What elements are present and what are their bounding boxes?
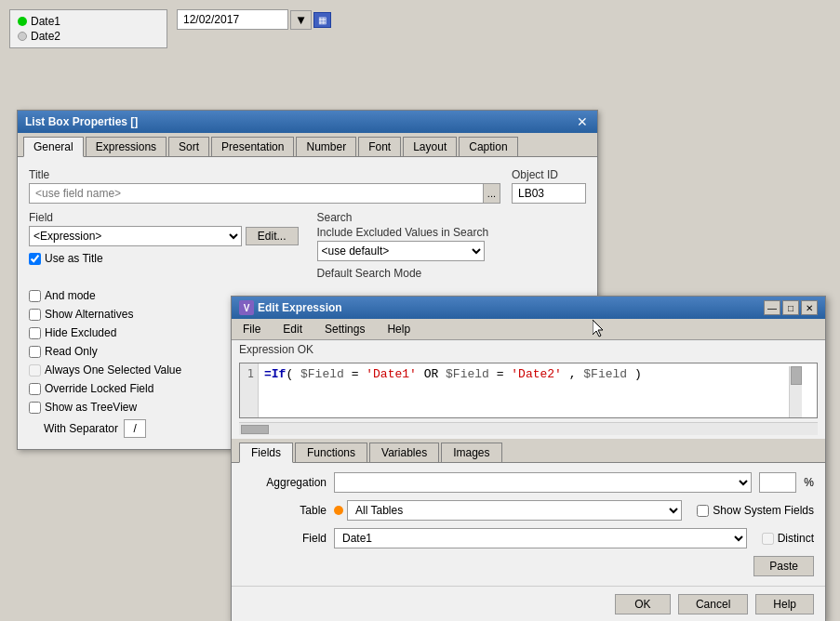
expr-maximize-button[interactable]: □ <box>782 300 799 315</box>
separator-input[interactable] <box>124 419 146 438</box>
show-alternatives-check[interactable] <box>29 309 41 321</box>
override-locked-check[interactable] <box>29 383 41 395</box>
expr-tab-variables[interactable]: Variables <box>369 443 439 462</box>
expr-tab-images[interactable]: Images <box>441 443 501 462</box>
listbox-titlebar: List Box Properties [] ✕ <box>18 111 597 133</box>
show-treeview-label: Show as TreeView <box>45 401 137 414</box>
expr-titlebar: V Edit Expression — □ ✕ <box>232 297 825 319</box>
tab-general[interactable]: General <box>23 137 84 157</box>
expr-icon: V <box>239 300 254 315</box>
tab-sort[interactable]: Sort <box>168 137 209 156</box>
table-row: Table All Tables Show System Fields <box>243 500 814 521</box>
code-content: =If( $Field = 'Date1' OR $Field = 'Date2… <box>259 363 817 417</box>
hscroll-thumb[interactable] <box>241 425 269 434</box>
tab-layout[interactable]: Layout <box>403 137 457 156</box>
distinct-check[interactable] <box>762 533 774 545</box>
tab-font[interactable]: Font <box>358 137 401 156</box>
field-edit-button[interactable]: Edit... <box>246 227 299 245</box>
vscroll-thumb[interactable] <box>791 366 802 385</box>
title-label: Title <box>29 168 500 181</box>
hide-excluded-check[interactable] <box>29 327 41 339</box>
distinct-label: Distinct <box>778 532 814 545</box>
show-system-fields-checkbox[interactable]: Show System Fields <box>697 504 814 517</box>
aggregation-select[interactable] <box>334 472 752 493</box>
and-mode-label: And mode <box>45 289 96 302</box>
show-treeview-checkbox[interactable]: Show as TreeView <box>29 401 181 414</box>
hide-excluded-checkbox[interactable]: Hide Excluded <box>29 326 181 339</box>
tab-presentation[interactable]: Presentation <box>211 137 294 156</box>
vscroll-track[interactable] <box>789 366 802 417</box>
always-one-checkbox[interactable]: Always One Selected Value <box>29 363 181 377</box>
menu-help[interactable]: Help <box>383 321 414 337</box>
show-treeview-check[interactable] <box>29 402 41 414</box>
tab-expressions[interactable]: Expressions <box>86 137 167 156</box>
field-search-row: Field <Expression> Edit... Use as Title … <box>29 211 586 282</box>
date-arrow-button[interactable]: ▼ <box>290 10 312 30</box>
code-paren1: ( <box>286 367 300 381</box>
read-only-checkbox[interactable]: Read Only <box>29 345 181 358</box>
menu-edit[interactable]: Edit <box>279 321 306 337</box>
tab-caption[interactable]: Caption <box>459 137 517 156</box>
always-one-check[interactable] <box>29 364 41 377</box>
read-only-check[interactable] <box>29 346 41 358</box>
paste-row: Paste <box>243 556 814 576</box>
expr-fields-content: Aggregation % Table All Tables S <box>232 463 825 586</box>
expr-field-select[interactable]: Date1 <box>334 528 747 548</box>
override-locked-checkbox[interactable]: Override Locked Field <box>29 382 181 395</box>
objectid-label: Object ID <box>512 168 586 181</box>
hscroll-bar[interactable] <box>239 422 818 435</box>
title-group: Title ... <box>29 168 500 204</box>
and-mode-check[interactable] <box>29 290 41 302</box>
table-label: Table <box>243 504 327 517</box>
aggregation-label: Aggregation <box>243 476 327 489</box>
aggregation-pct-input[interactable] <box>759 472 796 493</box>
expr-tab-fields[interactable]: Fields <box>239 443 293 463</box>
distinct-checkbox[interactable]: Distinct <box>762 532 814 545</box>
show-system-fields-label: Show System Fields <box>713 504 814 517</box>
field-input-row: <Expression> Edit... <box>29 226 299 246</box>
field-select[interactable]: <Expression> <box>29 226 242 246</box>
expr-tab-functions[interactable]: Functions <box>295 443 367 462</box>
listbox-close-button[interactable]: ✕ <box>575 114 590 129</box>
ok-button[interactable]: OK <box>615 594 671 614</box>
code-eq1: = <box>344 367 366 381</box>
expr-field-label: Field <box>243 532 327 545</box>
show-system-fields-check[interactable] <box>697 505 709 517</box>
paste-button[interactable]: Paste <box>753 556 814 576</box>
table-select[interactable]: All Tables <box>347 500 682 521</box>
menu-settings[interactable]: Settings <box>321 321 368 337</box>
and-mode-checkbox[interactable]: And mode <box>29 289 181 302</box>
menu-file[interactable]: File <box>239 321 264 337</box>
separator-row: With Separator <box>44 419 181 438</box>
default-search-label: Default Search Mode <box>317 267 587 280</box>
cancel-button[interactable]: Cancel <box>678 594 748 614</box>
code-field1: $Field <box>300 367 344 381</box>
code-display: =If( $Field = 'Date1' OR $Field = 'Date2… <box>259 363 817 385</box>
listbox-tabs: General Expressions Sort Presentation Nu… <box>18 133 597 157</box>
title-browse-button[interactable]: ... <box>483 183 500 204</box>
date-widget: Date1 Date2 ▼ ▦ <box>9 9 331 48</box>
pct-symbol: % <box>804 476 814 489</box>
expr-status: Expression OK <box>232 340 825 359</box>
with-separator-label: With Separator <box>44 422 118 435</box>
search-group: Search Include Excluded Values in Search… <box>317 211 587 282</box>
title-input-group: ... <box>29 183 500 204</box>
date-listbox: Date1 Date2 <box>9 9 167 48</box>
date-calendar-button[interactable]: ▦ <box>313 12 331 28</box>
use-as-title-checkbox[interactable]: Use as Title <box>29 252 299 265</box>
code-str1: 'Date1' <box>366 367 417 381</box>
show-alternatives-checkbox[interactable]: Show Alternatives <box>29 308 181 321</box>
date2-label: Date2 <box>31 30 60 43</box>
title-input[interactable] <box>29 183 483 204</box>
expr-minimize-button[interactable]: — <box>764 300 780 315</box>
table-dot <box>334 506 343 515</box>
objectid-input[interactable] <box>512 183 586 204</box>
use-as-title-check[interactable] <box>29 253 41 265</box>
tab-number[interactable]: Number <box>296 137 356 156</box>
help-button[interactable]: Help <box>755 594 814 614</box>
expr-close-button[interactable]: ✕ <box>801 300 818 315</box>
listbox-title: List Box Properties [] <box>25 115 138 128</box>
desktop: Date1 Date2 ▼ ▦ List Box Properties [] ✕… <box>0 0 840 621</box>
date-input[interactable] <box>177 9 288 30</box>
include-excluded-select[interactable]: <use default> <box>317 241 485 261</box>
